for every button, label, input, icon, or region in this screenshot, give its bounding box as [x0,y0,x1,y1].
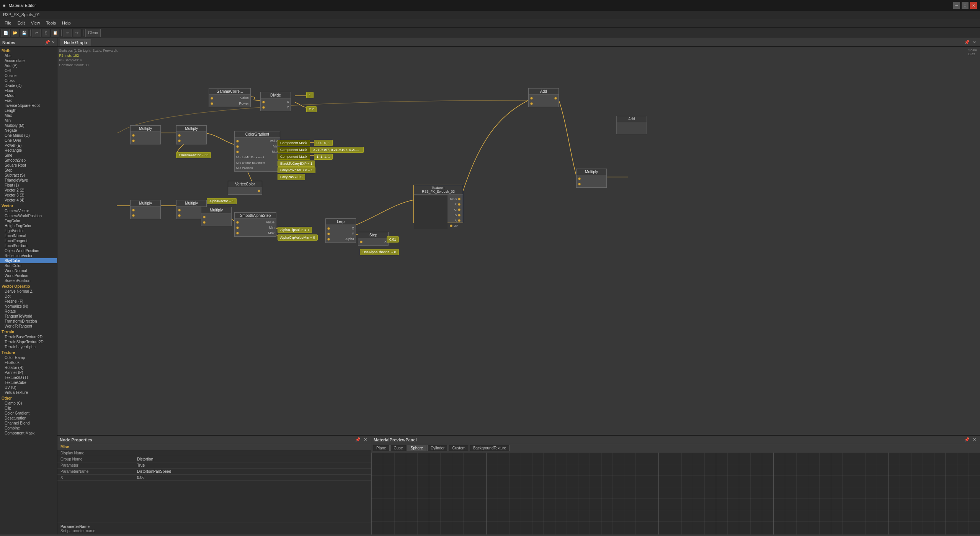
node-texturecube[interactable]: TextureCube [0,380,57,385]
node-multiply1[interactable]: Multiply [130,125,161,144]
minimize-button[interactable]: ─ [953,2,960,9]
node-cameraworldpos[interactable]: CameraWorldPosition [0,213,57,218]
node-power[interactable]: Power (E) [0,143,57,148]
port-dot[interactable] [132,134,135,137]
port-b[interactable] [458,214,461,216]
node-localtangent[interactable]: LocalTangent [0,238,57,243]
tab-plane[interactable]: Plane [373,445,390,451]
port-dot[interactable] [327,233,330,235]
port-r[interactable] [458,203,461,206]
node-float[interactable]: Float (1) [0,183,57,188]
node-vec4[interactable]: Vector 4 (4) [0,198,57,203]
paste-button[interactable]: 📋 [51,29,59,37]
node-terrainbase[interactable]: TerrainBaseTexture2D [0,334,57,339]
port-dot[interactable] [132,209,135,211]
port-dot[interactable] [178,214,181,217]
port-dot[interactable] [262,101,265,103]
redo-button[interactable]: ↪ [73,29,81,37]
cut-button[interactable]: ✂ [33,29,41,37]
value-node-22[interactable]: 2.2 [306,106,317,112]
port-dot[interactable] [236,226,239,229]
component-mask-1[interactable]: Component Mask [278,140,310,146]
node-props-close[interactable]: ✕ [362,437,369,442]
node-worldtotangent[interactable]: WorldToTangent [0,324,57,329]
tab-node-graph[interactable]: Node Graph [60,39,91,46]
node-dot[interactable]: Dot [0,294,57,299]
node-sqrt[interactable]: Square Root [0,163,57,168]
node-min[interactable]: Min [0,118,57,123]
node-trianglewave[interactable]: TriangleWave [0,178,57,183]
node-smoothalphastep[interactable]: SmoothAlphaStep Value Min Max [234,212,276,237]
node-normalize[interactable]: Normalize (N) [0,304,57,309]
node-max[interactable]: Max [0,113,57,118]
node-props-pin[interactable]: 📌 [354,437,362,442]
port-dot[interactable] [262,106,265,109]
node-channelblend[interactable]: Channel Blend [0,421,57,426]
preview-canvas[interactable] [371,452,980,534]
node-cameravec[interactable]: CameraVector [0,208,57,213]
node-fmod[interactable]: FMod [0,93,57,98]
node-frac[interactable]: Frac [0,98,57,103]
port-dot[interactable] [178,209,181,211]
node-accumulate[interactable]: Accumulate [0,58,57,63]
component-mask-2[interactable]: Component Mask [278,147,310,153]
tab-cylinder[interactable]: Cylinder [427,445,448,451]
node-graph-canvas[interactable]: Statistics (1 Dir Light, Static, Forward… [57,47,980,435]
node-worldnormal[interactable]: WorldNormal [0,268,57,273]
node-multiply2[interactable]: Multiply [176,125,207,144]
node-fogcolor[interactable]: FogColor [0,218,57,223]
node-length[interactable]: Length [0,108,57,113]
port-dot[interactable] [327,227,330,230]
menu-tools[interactable]: Tools [43,20,59,26]
node-far-right[interactable]: Add [616,116,647,134]
node-floor[interactable]: Floor [0,88,57,93]
value-1111[interactable]: 1, 1, 1, 1 [314,154,333,160]
port-dot[interactable] [236,151,239,153]
node-abs[interactable]: Abs [0,53,57,58]
port-dot[interactable] [236,221,239,224]
node-transformdir[interactable]: TransformDirection [0,319,57,324]
clean-button[interactable]: Clean [85,29,101,37]
node-derivenormalz[interactable]: Derive Normal Z [0,289,57,294]
port-dot[interactable] [132,139,135,142]
node-divide[interactable]: Divide X Y [260,92,291,111]
node-flipbook[interactable]: FlipBook [0,360,57,365]
node-lightvec[interactable]: LightVector [0,228,57,233]
node-graph-pin[interactable]: 📌 [963,40,971,45]
port-dot[interactable] [178,134,181,137]
menu-help[interactable]: Help [59,20,74,26]
node-invsqrt[interactable]: Inverse Square Root [0,103,57,108]
node-vec2[interactable]: Vector 2 (2) [0,188,57,193]
node-rotator[interactable]: Rotator (R) [0,365,57,370]
node-vec3[interactable]: Vector 3 (3) [0,193,57,198]
node-panner[interactable]: Panner (P) [0,370,57,375]
node-colorgradient[interactable]: Color Gradient [0,411,57,416]
value-blacktogrey[interactable]: BlackToGreyEXP = 1 [278,161,315,167]
node-skycolor[interactable]: SkyColor [0,258,57,263]
port-dot[interactable] [360,241,363,243]
node-clamp[interactable]: Clamp (C) [0,401,57,406]
node-objworldpos[interactable]: ObjectWorldPosition [0,248,57,253]
node-uv[interactable]: UV (U) [0,385,57,390]
node-texture2d[interactable]: Texture2D (T) [0,375,57,380]
node-rotate[interactable]: Rotate [0,309,57,314]
menu-file[interactable]: File [2,20,15,26]
port-dot-out[interactable] [258,190,260,192]
close-button[interactable]: ✕ [970,2,977,9]
node-tangenttoworld[interactable]: TangentToWorld [0,314,57,319]
node-terrainlayer[interactable]: TerrainLayerAlpha [0,344,57,349]
node-multiply-right[interactable]: Multiply [576,169,607,188]
port-dot[interactable] [530,97,533,100]
port-dot[interactable] [236,140,239,143]
save-button[interactable]: 💾 [20,29,28,37]
node-one-over[interactable]: One Over [0,138,57,143]
node-divide[interactable]: Divide (D) [0,83,57,88]
undo-button[interactable]: ↩ [64,29,72,37]
node-suncolor[interactable]: Sun Color [0,263,57,268]
node-cosine[interactable]: Cosine [0,73,57,78]
tab-cube[interactable]: Cube [390,445,407,451]
node-colorramp[interactable]: Color Ramp [0,355,57,360]
node-sine[interactable]: Sine [0,153,57,158]
value-node-emisive[interactable]: EmisiveFactor = 33 [176,152,211,158]
port-dot[interactable] [236,145,239,148]
